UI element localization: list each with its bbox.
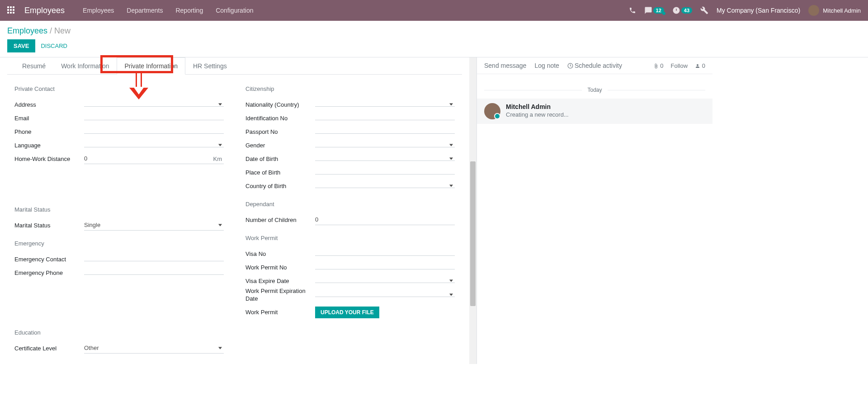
input-permit-no[interactable] [315,265,455,269]
input-nationality[interactable] [315,103,455,107]
input-marital-status[interactable]: Single [84,220,224,231]
message-author: Mitchell Admin [506,103,569,110]
input-gender[interactable] [315,143,455,147]
label-permit-no: Work Permit No [245,264,315,271]
suffix-km: Km [213,155,222,162]
debug-icon[interactable] [700,6,708,14]
input-phone[interactable] [84,130,224,134]
input-pob[interactable] [315,170,455,175]
input-home-work-distance[interactable]: 0 Km [84,153,224,164]
label-certificate-level: Certificate Level [14,345,84,352]
section-work-permit: Work Permit [245,235,455,241]
avatar-icon [808,5,819,16]
phone-icon[interactable] [629,7,636,14]
apps-icon[interactable] [7,6,15,14]
label-passport-no: Passport No [245,128,315,135]
nav-employees[interactable]: Employees [83,7,114,14]
label-home-work-distance: Home-Work Distance [14,156,84,162]
breadcrumb-root[interactable]: Employees [7,26,47,35]
label-phone: Phone [14,128,84,135]
input-id-no[interactable] [315,116,455,120]
messages-icon[interactable]: 12 [644,6,664,14]
company-selector[interactable]: My Company (San Francisco) [717,7,800,14]
label-address: Address [14,101,84,108]
label-visa-no: Visa No [245,250,315,257]
main-wrap: Resumé Work Information Private Informat… [0,57,868,364]
input-passport-no[interactable] [315,130,455,134]
input-permit-expire[interactable] [315,293,455,297]
save-button[interactable]: SAVE [7,39,35,52]
breadcrumb-row: Employees / New [0,21,868,39]
value-home-work-distance: 0 [84,155,87,162]
user-name: Mitchell Admin [823,7,861,14]
followers-button[interactable]: 0 [695,62,705,69]
message-item: Mitchell Admin Creating a new record... [477,99,712,124]
tab-private-information[interactable]: Private Information [117,57,185,75]
follow-button[interactable]: Follow [671,62,688,69]
tab-hr-settings[interactable]: HR Settings [185,57,235,75]
label-dob: Date of Birth [245,156,315,162]
input-visa-expire[interactable] [315,279,455,283]
input-cob[interactable] [315,184,455,188]
input-language[interactable] [84,143,224,147]
discard-button[interactable]: DISCARD [41,42,67,49]
label-email: Email [14,115,84,122]
tab-resume[interactable]: Resumé [14,57,53,75]
label-work-permit: Work Permit [245,309,315,316]
breadcrumb: Employees / New [7,26,861,36]
annotation-arrow-icon [129,73,148,100]
activities-badge: 43 [681,7,692,14]
user-menu[interactable]: Mitchell Admin [808,5,861,16]
form-columns: Private Contact Address Email Phone Lang… [7,75,462,355]
section-education: Education [14,329,224,336]
chatter-right: 0 Follow 0 [653,62,705,69]
input-emergency-phone[interactable] [84,271,224,275]
activities-icon[interactable]: 43 [672,6,692,14]
scrollbar-thumb[interactable] [470,161,476,306]
value-children: 0 [315,216,318,223]
input-children[interactable]: 0 [315,214,455,225]
message-body: Mitchell Admin Creating a new record... [506,103,569,119]
navbar-right: 12 43 My Company (San Francisco) Mitchel… [629,5,861,16]
nav-reporting[interactable]: Reporting [175,7,203,14]
log-note-button[interactable]: Log note [534,62,559,69]
attachments-button[interactable]: 0 [653,62,664,69]
nav-configuration[interactable]: Configuration [216,7,253,14]
label-nationality: Nationality (Country) [245,101,315,108]
chatter-body: Today Mitchell Admin Creating a new reco… [477,74,712,131]
label-permit-expire: Work Permit Expiration Date [245,288,315,303]
tabs: Resumé Work Information Private Informat… [7,57,462,75]
label-children: Number of Children [245,217,315,223]
schedule-activity-button[interactable]: Schedule activity [567,62,622,69]
value-marital-status: Single [84,222,100,228]
section-dependant: Dependant [245,201,455,208]
attachments-count: 0 [660,62,663,69]
section-private-contact: Private Contact [14,85,224,92]
label-language: Language [14,142,84,149]
nav-menu: Employees Departments Reporting Configur… [83,7,253,14]
input-visa-no[interactable] [315,252,455,256]
scrollbar[interactable] [469,57,476,364]
label-emergency-phone: Emergency Phone [14,269,84,276]
input-dob[interactable] [315,157,455,161]
message-text: Creating a new record... [506,111,569,118]
value-certificate-level: Other [84,344,99,351]
col-left: Private Contact Address Email Phone Lang… [14,85,224,355]
label-emergency-contact: Emergency Contact [14,256,84,263]
input-address[interactable] [84,103,224,107]
label-visa-expire: Visa Expire Date [245,278,315,284]
section-emergency: Emergency [14,240,224,247]
input-email[interactable] [84,116,224,120]
label-marital-status: Marital Status [14,222,84,229]
label-cob: Country of Birth [245,183,315,189]
send-message-button[interactable]: Send message [484,62,526,69]
input-emergency-contact[interactable] [84,257,224,261]
tab-work-information[interactable]: Work Information [53,57,117,75]
upload-file-button[interactable]: UPLOAD YOUR FILE [315,307,379,318]
nav-departments[interactable]: Departments [127,7,163,14]
label-id-no: Identification No [245,115,315,122]
label-gender: Gender [245,142,315,149]
schedule-activity-label: Schedule activity [575,62,622,69]
col-right: Citizenship Nationality (Country) Identi… [245,85,455,355]
input-certificate-level[interactable]: Other [84,343,224,354]
